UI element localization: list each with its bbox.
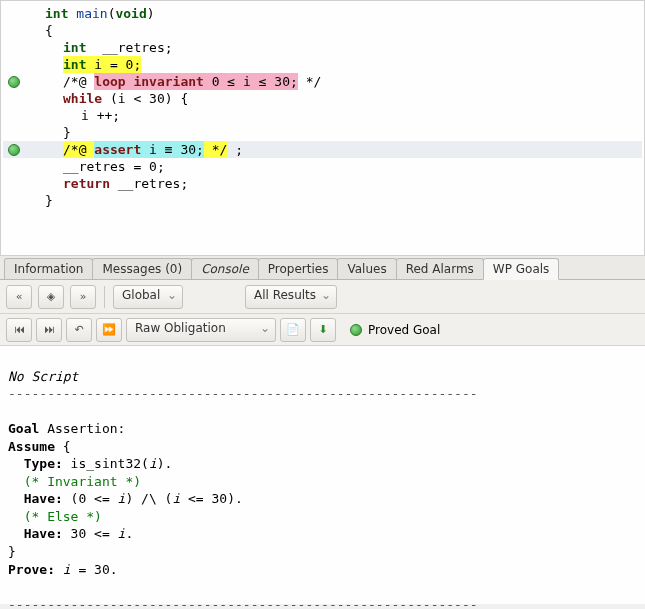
save-button[interactable]: ⬇: [310, 318, 336, 342]
proof-bullet-icon[interactable]: [8, 144, 20, 156]
else-comment: (* Else *): [8, 509, 102, 524]
kw-void: void: [115, 5, 146, 23]
nav-back-button[interactable]: «: [6, 285, 32, 309]
proof-bullet-icon[interactable]: [8, 76, 20, 88]
have-label: Have:: [8, 526, 63, 541]
goal-text: .: [125, 526, 133, 541]
goals-toolbar-2: ⏮ ⏭ ↶ ⏩ Raw Obligation 📄 ⬇ Proved Goal: [0, 314, 645, 346]
code-text: {: [45, 22, 53, 40]
code-text: 0 ≤ i ≤ 30;: [204, 74, 298, 89]
code-text: i ++;: [81, 107, 120, 125]
goal-text: (0 <=: [63, 491, 118, 506]
divider: ----------------------------------------…: [8, 386, 478, 401]
goal-output-panel[interactable]: No Script ------------------------------…: [0, 346, 645, 604]
code-text: ;: [227, 141, 243, 159]
no-script-label: No Script: [8, 369, 78, 384]
tab-wp-goals[interactable]: WP Goals: [483, 258, 560, 280]
tab-console[interactable]: Console: [191, 258, 259, 279]
tab-messages[interactable]: Messages (0): [92, 258, 192, 279]
kw-assert: assert: [94, 142, 141, 157]
step-forward-button[interactable]: ⏩: [96, 318, 122, 342]
goto-first-button[interactable]: ⏮: [6, 318, 32, 342]
kw-int: int: [63, 57, 86, 72]
code-text: /*@: [63, 141, 94, 159]
kw-int: int: [63, 39, 86, 57]
tab-information[interactable]: Information: [4, 258, 93, 279]
assume-label: Assume: [8, 439, 55, 454]
scope-select[interactable]: Global: [113, 285, 183, 309]
copy-button[interactable]: 📄: [280, 318, 306, 342]
goal-title-suffix: Assertion:: [39, 421, 125, 436]
goal-text: is_sint32(: [63, 456, 149, 471]
code-text: i ≡ 30;: [141, 142, 204, 157]
code-text: */: [204, 141, 227, 159]
separator: [104, 286, 105, 308]
proved-bullet-icon: [350, 324, 362, 336]
tab-red-alarms[interactable]: Red Alarms: [396, 258, 484, 279]
divider: ----------------------------------------…: [8, 597, 478, 609]
results-select[interactable]: All Results: [245, 285, 337, 309]
proved-label: Proved Goal: [368, 323, 440, 337]
code-text: ;: [133, 56, 141, 74]
invariant-comment: (* Invariant *): [8, 474, 141, 489]
kw-int: int: [45, 5, 68, 23]
kw-return: return: [63, 175, 110, 193]
obligation-select[interactable]: Raw Obligation: [126, 318, 276, 342]
code-text: ): [147, 5, 155, 23]
fn-main: main: [76, 5, 107, 23]
code-text: */: [298, 73, 321, 91]
code-text: __retres;: [110, 175, 188, 193]
undo-button[interactable]: ↶: [66, 318, 92, 342]
code-text: (i < 30) {: [102, 90, 188, 108]
goal-text: ) /\ (: [125, 491, 172, 506]
goal-text: }: [8, 544, 16, 559]
var-i: i: [63, 562, 71, 577]
prove-label: Prove:: [8, 562, 55, 577]
code-text: __retres = 0;: [63, 158, 165, 176]
goal-text: <= 30).: [180, 491, 243, 506]
goal-text: [55, 562, 63, 577]
code-text: /*@: [63, 73, 94, 91]
kw-while: while: [63, 90, 102, 108]
code-text: }: [63, 124, 71, 142]
goal-text: 30 <=: [63, 526, 118, 541]
code-text: }: [45, 192, 53, 210]
proof-status: Proved Goal: [350, 323, 440, 337]
goal-text: {: [55, 439, 71, 454]
goto-last-button[interactable]: ⏭: [36, 318, 62, 342]
goals-toolbar-1: « ◈ » Global All Results: [0, 280, 645, 314]
goal-text: = 30.: [71, 562, 118, 577]
have-label: Have:: [8, 491, 63, 506]
var-i: i: [149, 456, 157, 471]
goal-title: Goal: [8, 421, 39, 436]
code-text: i = 0: [86, 57, 133, 72]
goal-text: ).: [157, 456, 173, 471]
code-text: __retres;: [86, 39, 172, 57]
type-label: Type:: [8, 456, 63, 471]
tab-bar: Information Messages (0) Console Propert…: [0, 256, 645, 280]
tab-properties[interactable]: Properties: [258, 258, 339, 279]
nav-target-button[interactable]: ◈: [38, 285, 64, 309]
source-code-panel[interactable]: int main(void) { int __retres; int i = 0…: [0, 0, 645, 256]
nav-forward-button[interactable]: »: [70, 285, 96, 309]
code-text: (: [108, 5, 116, 23]
tab-values[interactable]: Values: [337, 258, 396, 279]
kw-loop-invariant: loop invariant: [94, 74, 204, 89]
